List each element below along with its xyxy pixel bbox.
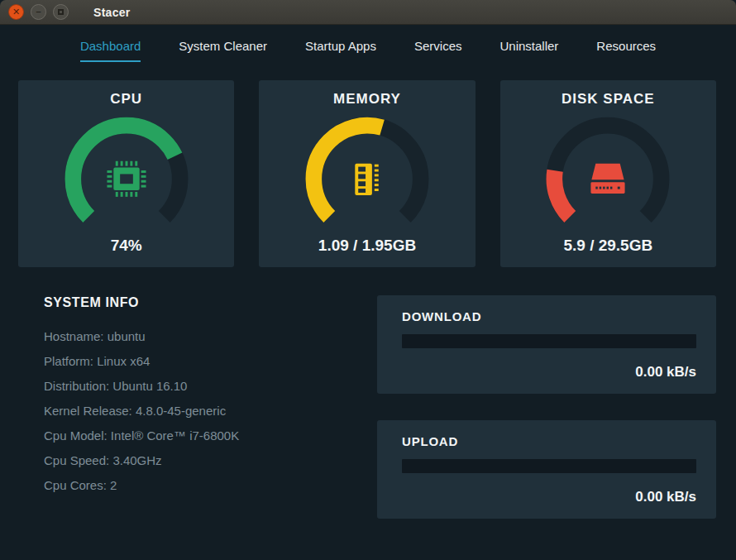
- maximize-icon: [58, 9, 64, 15]
- disk-gauge: [527, 109, 689, 233]
- tab-system-cleaner[interactable]: System Cleaner: [179, 39, 267, 62]
- disk-card-title: DISK SPACE: [562, 91, 655, 108]
- maximize-window-button[interactable]: [53, 4, 69, 20]
- upload-rate: 0.00 kB/s: [402, 489, 696, 505]
- minimize-window-button[interactable]: –: [31, 4, 46, 20]
- system-info-cpu-cores: Cpu Cores: 2: [44, 479, 370, 491]
- memory-value: 1.09 / 1.95GB: [318, 237, 416, 255]
- system-info-platform: Platform: Linux x64: [44, 355, 370, 367]
- bottom-row: SYSTEM INFO Hostname: ubuntu Platform: L…: [44, 295, 716, 560]
- memory-card: MEMORY 1.09 / 1.95GB: [259, 80, 475, 267]
- upload-card: UPLOAD 0.00 kB/s: [377, 420, 716, 519]
- main-nav: Dashboard System Cleaner Startup Apps Se…: [0, 39, 736, 62]
- cpu-gauge: [45, 109, 208, 233]
- system-info-cpu-speed: Cpu Speed: 3.40GHz: [44, 454, 370, 467]
- system-info-kernel: Kernel Release: 4.8.0-45-generic: [44, 404, 370, 417]
- ram-icon: [355, 164, 378, 195]
- system-info-hostname: Hostname: ubuntu: [44, 330, 370, 342]
- download-title: DOWNLOAD: [402, 309, 696, 323]
- disk-card: DISK SPACE 5.9 / 29.5GB: [500, 80, 716, 267]
- tab-startup-apps[interactable]: Startup Apps: [305, 39, 376, 62]
- cpu-card-title: CPU: [110, 91, 142, 108]
- system-info-cpu-model: Cpu Model: Intel® Core™ i7-6800K: [44, 429, 370, 442]
- download-card: DOWNLOAD 0.00 kB/s: [377, 295, 716, 394]
- window-title: Stacer: [93, 6, 131, 19]
- disk-value: 5.9 / 29.5GB: [563, 237, 652, 255]
- system-info-distribution: Distribution: Ubuntu 16.10: [44, 380, 370, 392]
- memory-gauge: [286, 109, 448, 233]
- tab-services[interactable]: Services: [414, 39, 462, 62]
- hard-disk-icon: [591, 164, 625, 194]
- gauges-row: CPU 74% MEMORY: [18, 80, 716, 267]
- network-section: DOWNLOAD 0.00 kB/s UPLOAD 0.00 kB/s: [377, 295, 716, 560]
- cpu-chip-icon: [107, 161, 146, 197]
- download-progress-bar: [402, 334, 696, 348]
- upload-progress-bar: [402, 459, 696, 473]
- upload-title: UPLOAD: [402, 434, 696, 448]
- tab-resources[interactable]: Resources: [596, 39, 656, 62]
- titlebar: ✕ – Stacer: [0, 0, 736, 25]
- system-info-section: SYSTEM INFO Hostname: ubuntu Platform: L…: [44, 295, 370, 560]
- tab-uninstaller[interactable]: Uninstaller: [499, 39, 558, 62]
- download-rate: 0.00 kB/s: [402, 364, 696, 381]
- cpu-value: 74%: [111, 237, 142, 255]
- stacer-window: ✕ – Stacer Dashboard System Cleaner Star…: [0, 0, 736, 560]
- tab-dashboard[interactable]: Dashboard: [80, 39, 141, 62]
- memory-card-title: MEMORY: [333, 91, 401, 108]
- close-window-button[interactable]: ✕: [8, 4, 24, 20]
- cpu-card: CPU 74%: [18, 80, 234, 267]
- system-info-heading: SYSTEM INFO: [44, 295, 370, 310]
